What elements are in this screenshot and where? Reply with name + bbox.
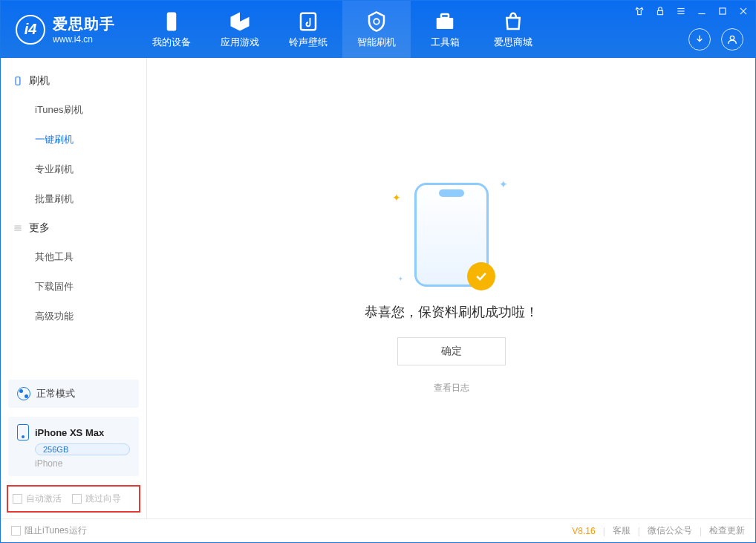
window-controls <box>633 5 749 17</box>
cube-icon <box>229 10 251 33</box>
sidebar-item-batch[interactable]: 批量刷机 <box>1 184 146 214</box>
checkbox-label: 跳过向导 <box>85 492 121 505</box>
sidebar-top: 刷机 iTunes刷机 一键刷机 专业刷机 批量刷机 更多 其他工具 下载固件 … <box>1 58 146 375</box>
sidebar-item-firmware[interactable]: 下载固件 <box>1 272 146 302</box>
check-badge-icon <box>467 262 495 290</box>
svg-rect-14 <box>16 77 20 85</box>
sidebar-item-othertools[interactable]: 其他工具 <box>1 242 146 272</box>
status-link-support[interactable]: 客服 <box>613 524 630 537</box>
header: i4 爱思助手 www.i4.cn 我的设备 应用游戏 铃声壁纸 智能刷机 <box>1 1 755 58</box>
nav-tab-apps[interactable]: 应用游戏 <box>206 1 274 58</box>
separator: | <box>638 526 640 536</box>
sparkle-icon: ✦ <box>392 192 401 204</box>
device-icon <box>160 10 183 33</box>
mode-label: 正常模式 <box>36 387 75 400</box>
header-actions <box>688 28 743 51</box>
view-log-link[interactable]: 查看日志 <box>434 382 469 394</box>
app-url: www.i4.cn <box>53 34 115 45</box>
nav-tab-label: 爱思商城 <box>494 36 532 49</box>
device-name: iPhone XS Max <box>35 427 104 438</box>
status-right: V8.16 | 客服 | 微信公众号 | 检查更新 <box>572 524 745 537</box>
svg-rect-5 <box>658 10 663 14</box>
maximize-icon[interactable] <box>717 5 729 17</box>
svg-rect-3 <box>437 18 454 29</box>
status-link-wechat[interactable]: 微信公众号 <box>648 524 692 537</box>
svg-point-13 <box>730 36 734 39</box>
checkbox-auto-activate[interactable]: 自动激活 <box>13 492 62 505</box>
list-icon <box>13 223 23 233</box>
logo-text: 爱思助手 www.i4.cn <box>53 14 115 45</box>
nav-tab-label: 应用游戏 <box>221 36 259 49</box>
status-link-update[interactable]: 检查更新 <box>709 524 745 537</box>
toolbox-icon <box>434 10 456 33</box>
download-button[interactable] <box>688 28 711 51</box>
checkbox-icon <box>13 494 22 504</box>
close-icon[interactable] <box>737 5 749 17</box>
version-label: V8.16 <box>572 526 595 536</box>
sidebar-group-flash[interactable]: 刷机 <box>1 67 146 95</box>
menu-icon[interactable] <box>675 5 687 17</box>
lock-icon[interactable] <box>654 5 666 17</box>
phone-illustration-icon <box>414 183 489 287</box>
svg-rect-4 <box>441 14 449 18</box>
store-icon <box>502 10 524 33</box>
sparkle-icon: ✦ <box>499 178 508 190</box>
checkbox-label: 阻止iTunes运行 <box>25 524 87 537</box>
sidebar-group-more[interactable]: 更多 <box>1 214 146 242</box>
checkbox-icon <box>11 526 21 536</box>
separator: | <box>700 526 702 536</box>
sidebar-item-advanced[interactable]: 高级功能 <box>1 302 146 331</box>
main-content: ✦ ✦ ✦ 恭喜您，保资料刷机成功啦！ 确定 查看日志 <box>147 58 755 518</box>
confirm-button[interactable]: 确定 <box>397 337 506 365</box>
nav-tab-toolbox[interactable]: 工具箱 <box>411 1 479 58</box>
phone-icon <box>13 76 23 86</box>
shield-icon <box>365 10 388 33</box>
success-text: 恭喜您，保资料刷机成功啦！ <box>365 303 538 321</box>
logo-area: i4 爱思助手 www.i4.cn <box>1 1 130 58</box>
sidebar-group-title: 更多 <box>29 221 50 235</box>
checkbox-skip-guide[interactable]: 跳过向导 <box>72 492 121 505</box>
user-button[interactable] <box>721 28 743 51</box>
device-row: iPhone XS Max <box>17 424 130 440</box>
music-icon <box>297 10 319 33</box>
shirt-icon[interactable] <box>633 5 645 17</box>
nav-tab-store[interactable]: 爱思商城 <box>479 1 547 58</box>
logo-icon: i4 <box>16 15 45 45</box>
sidebar-group-title: 刷机 <box>29 74 50 88</box>
nav-tab-ringtones[interactable]: 铃声壁纸 <box>274 1 342 58</box>
mode-box[interactable]: 正常模式 <box>8 380 139 408</box>
sidebar-item-oneclick[interactable]: 一键刷机 <box>1 125 146 155</box>
minimize-icon[interactable] <box>696 5 708 17</box>
bottom-options-highlight: 自动激活 跳过向导 <box>7 485 140 513</box>
separator: | <box>603 526 605 536</box>
device-storage-badge: 256GB <box>35 443 130 455</box>
nav-tab-label: 铃声壁纸 <box>289 36 328 49</box>
nav-tab-label: 我的设备 <box>152 36 191 49</box>
nav-tab-device[interactable]: 我的设备 <box>137 1 206 58</box>
checkbox-block-itunes[interactable]: 阻止iTunes运行 <box>11 524 87 537</box>
sparkle-icon: ✦ <box>398 276 403 282</box>
svg-rect-1 <box>301 13 316 30</box>
nav-tab-label: 工具箱 <box>431 36 460 49</box>
device-icon <box>17 424 29 440</box>
sidebar: 刷机 iTunes刷机 一键刷机 专业刷机 批量刷机 更多 其他工具 下载固件 … <box>1 58 147 518</box>
nav-tab-label: 智能刷机 <box>357 36 396 49</box>
statusbar: 阻止iTunes运行 V8.16 | 客服 | 微信公众号 | 检查更新 <box>1 518 755 542</box>
sidebar-item-itunes[interactable]: iTunes刷机 <box>1 95 146 125</box>
device-type: iPhone <box>35 458 130 469</box>
sidebar-item-pro[interactable]: 专业刷机 <box>1 155 146 184</box>
svg-point-2 <box>374 19 379 25</box>
body: 刷机 iTunes刷机 一键刷机 专业刷机 批量刷机 更多 其他工具 下载固件 … <box>1 58 755 518</box>
checkbox-icon <box>72 494 82 504</box>
app-title: 爱思助手 <box>53 14 115 34</box>
svg-rect-10 <box>720 8 726 14</box>
app-window: i4 爱思助手 www.i4.cn 我的设备 应用游戏 铃声壁纸 智能刷机 <box>0 0 756 543</box>
nav-tabs: 我的设备 应用游戏 铃声壁纸 智能刷机 工具箱 爱思商城 <box>137 1 547 58</box>
svg-rect-0 <box>167 12 177 30</box>
success-illustration: ✦ ✦ ✦ <box>414 183 489 287</box>
checkbox-label: 自动激活 <box>26 492 62 505</box>
nav-tab-flash[interactable]: 智能刷机 <box>342 1 411 58</box>
mode-icon <box>17 387 30 400</box>
device-box[interactable]: iPhone XS Max 256GB iPhone <box>8 417 139 476</box>
